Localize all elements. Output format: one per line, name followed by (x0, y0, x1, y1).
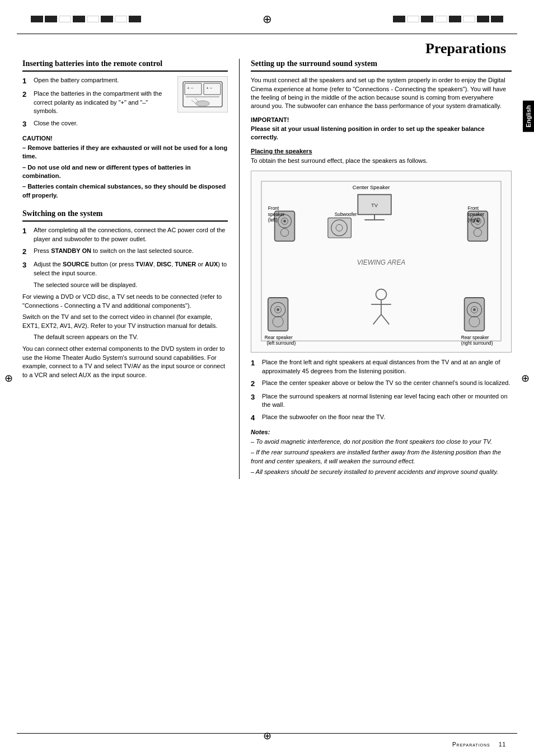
switching-step-1: 1 After completing all the connections, … (22, 226, 228, 243)
note-3: – All speakers should be securely instal… (251, 468, 512, 476)
svg-text:(left): (left) (268, 217, 278, 223)
svg-point-51 (473, 308, 476, 311)
left-column: Inserting batteries into the remote cont… (22, 59, 228, 479)
svg-point-44 (277, 308, 279, 311)
placing-speakers-title: Placing the speakers (251, 148, 512, 154)
svg-point-36 (376, 289, 387, 299)
placing-step-1: 1 Place the front left and right speaker… (251, 358, 512, 375)
placing-step-3: 3 Place the surround speakers at normal … (251, 392, 512, 410)
caution-item-3: – Batteries contain chemical substances,… (22, 182, 228, 200)
caution-section: CAUTION! – Remove batteries if they are … (22, 135, 228, 200)
switching-section-title: Switching on the system (22, 209, 228, 222)
page-number: 11 (499, 741, 506, 748)
placing-intro: To obtain the best surround effect, plac… (251, 157, 512, 165)
switching-para2: Switch on the TV and set to the correct … (22, 313, 228, 330)
switching-sub-step3: The selected source will be displayed. (34, 281, 228, 289)
batteries-step-2: 2 Place the batteries in the compartment… (22, 90, 173, 115)
placing-steps-list: 1 Place the front left and right speaker… (251, 358, 512, 423)
svg-point-6 (196, 101, 209, 106)
right-column: Setting up the surround sound system You… (239, 59, 512, 479)
switching-para3: You can connect other external component… (22, 345, 228, 379)
svg-text:+  −: + − (206, 86, 213, 91)
section-inserting-batteries: Inserting batteries into the remote cont… (22, 59, 228, 200)
notes-section: Notes: – To avoid magnetic interference,… (251, 429, 512, 477)
note-2: – If the rear surround speakers are inst… (251, 448, 512, 466)
notes-title: Notes: (251, 429, 512, 435)
left-crosshair: ⊕ (4, 372, 13, 384)
bottom-crosshair: ⊕ (263, 730, 271, 742)
caution-item-1: – Remove batteries if they are exhausted… (22, 144, 228, 161)
surround-intro: You must connect all the speakers and se… (251, 76, 512, 111)
header-right-decoration (393, 16, 503, 22)
svg-text:Rear speaker: Rear speaker (265, 335, 293, 340)
speaker-diagram: Center Speaker TV Fro (251, 171, 512, 353)
right-crosshair: ⊕ (521, 372, 530, 384)
content-area: Inserting batteries into the remote cont… (22, 42, 512, 728)
placing-step-4: 4 Place the subwoofer on the floor near … (251, 413, 512, 423)
svg-line-40 (381, 314, 389, 325)
section-switching-on: Switching on the system 1 After completi… (22, 209, 228, 379)
svg-line-39 (373, 314, 381, 325)
svg-text:speaker: speaker (468, 212, 485, 217)
battery-image: + − + − (177, 76, 228, 112)
svg-line-7 (191, 100, 196, 104)
important-text: Please sit at your usual listening posit… (251, 125, 512, 142)
svg-text:+  −: + − (187, 86, 194, 91)
batteries-section-title: Inserting batteries into the remote cont… (22, 59, 228, 72)
batteries-step-1: 1 Open the battery compartment. (22, 76, 173, 86)
svg-text:VIEWING AREA: VIEWING AREA (357, 258, 406, 266)
switching-steps-list: 1 After completing all the connections, … (22, 226, 228, 278)
page-footer: Preparations 11 (452, 741, 506, 748)
svg-text:(right): (right) (468, 217, 480, 223)
svg-text:Rear speaker: Rear speaker (461, 335, 489, 340)
svg-text:(left surround): (left surround) (266, 340, 296, 346)
switching-step-2: 2 Press STANDBY ON to switch on the last… (22, 247, 228, 257)
svg-line-8 (195, 98, 199, 102)
placing-step-2: 2 Place the center speaker above or belo… (251, 379, 512, 389)
batteries-step-3: 3 Close the cover. (22, 119, 228, 129)
important-section: IMPORTANT! Please sit at your usual list… (251, 116, 512, 142)
surround-section-title: Setting up the surround sound system (251, 59, 512, 72)
svg-text:(right surround): (right surround) (461, 340, 493, 346)
svg-text:speaker: speaker (268, 212, 285, 217)
caution-item-2: – Do not use old and new or different ty… (22, 163, 228, 181)
language-tab: English (523, 101, 534, 132)
svg-text:Front: Front (268, 205, 279, 211)
page-border-top (17, 34, 517, 34)
svg-text:Front: Front (468, 205, 479, 211)
caution-title: CAUTION! (22, 135, 228, 142)
switching-step-3: 3 Adjust the SOURCE button (or press TV/… (22, 260, 228, 278)
switching-para2-sub: The default screen appears on the TV. (34, 333, 228, 341)
top-crosshair: ⊕ (263, 12, 272, 26)
two-column-layout: Inserting batteries into the remote cont… (22, 59, 512, 479)
svg-text:TV: TV (371, 202, 378, 208)
header-left-decoration (31, 16, 141, 22)
switching-para1: For viewing a DVD or VCD disc, a TV set … (22, 293, 228, 310)
svg-text:Center Speaker: Center Speaker (353, 184, 390, 190)
footer-section-name: Preparations (452, 741, 490, 748)
speaker-layout-svg: Center Speaker TV Fro (255, 175, 508, 348)
svg-text:Subwoofer: Subwoofer (335, 212, 357, 217)
svg-point-18 (283, 220, 286, 223)
note-1: – To avoid magnetic interference, do not… (251, 438, 512, 446)
important-label: IMPORTANT! (251, 116, 512, 123)
